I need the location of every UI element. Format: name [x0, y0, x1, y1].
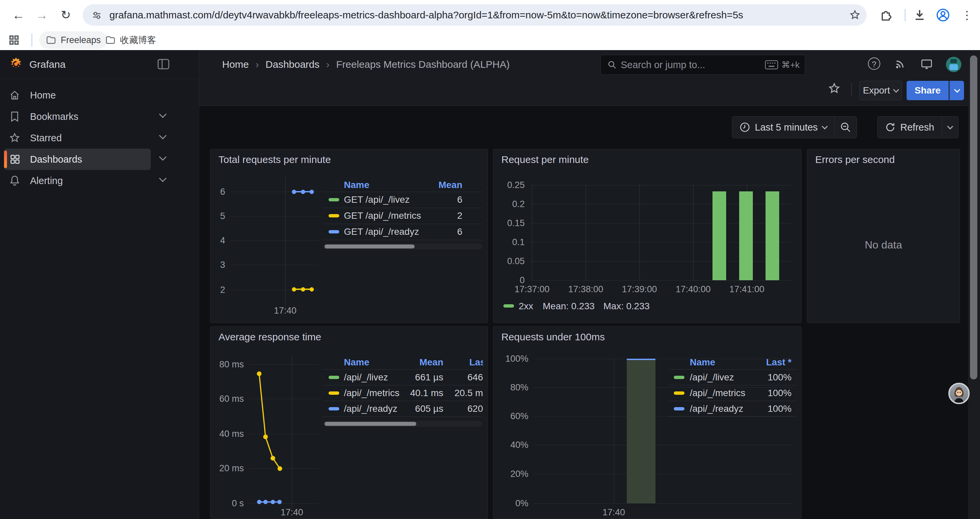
y-tick: 4 — [210, 235, 225, 246]
panel-requests-under-100ms[interactable]: Requests under 100ms 100% 80% 60% 40% 20… — [493, 326, 802, 519]
panel-title[interactable]: Errors per second — [815, 154, 895, 165]
legend-row-mean: 605 µs — [377, 401, 443, 417]
search-input[interactable]: Search or jump to... ⌘+k — [600, 55, 805, 75]
display-icon[interactable] — [921, 59, 934, 72]
legend-header-name[interactable]: Name — [344, 178, 369, 192]
panel-title[interactable]: Request per minute — [501, 154, 589, 165]
legend-table: Name Mean Last * /api/_/livez 661 µs 646… — [323, 355, 483, 429]
legend-row-name[interactable]: GET /api/_/livez — [344, 192, 410, 208]
help-icon[interactable]: ? — [868, 57, 880, 70]
apps-grid-icon — [10, 154, 20, 164]
url-text[interactable]: grafana.mathmast.com/d/deytv4rwavabkb/fr… — [110, 4, 743, 26]
sidebar-item-dashboards[interactable]: Dashboards — [4, 149, 151, 170]
bar-under-100ms[interactable] — [627, 359, 655, 503]
export-button[interactable]: Export — [859, 81, 902, 100]
panel-title[interactable]: Total requests per minute — [218, 154, 331, 165]
brand-title[interactable]: Grafana — [29, 50, 65, 79]
bookmark-folder-freeleaps[interactable]: Freeleaps — [39, 31, 107, 49]
legend-row-value: 6 — [457, 224, 462, 240]
screen: ← → ↻ grafana.mathmast.com/d/deytv4rwava… — [0, 0, 980, 519]
address-bar[interactable]: grafana.mathmast.com/d/deytv4rwavabkb/fr… — [83, 4, 867, 26]
legend-row-last: 646 — [467, 369, 483, 385]
site-settings-icon[interactable] — [91, 10, 102, 21]
y-tick: 2 — [210, 285, 225, 295]
legend-row-name[interactable]: /api/_/livez — [690, 369, 734, 385]
grafana-logo[interactable] — [10, 57, 22, 72]
floating-avatar[interactable] — [948, 383, 970, 404]
legend-table: Name Last * /api/_/livez 100% /api/_/met… — [669, 355, 797, 422]
panel-request-per-minute[interactable]: Request per minute 0.25 0.2 0.15 0.1 0.0… — [493, 149, 802, 323]
profile-icon[interactable] — [936, 8, 950, 22]
bar-2xx[interactable] — [765, 192, 779, 280]
legend-header-last[interactable]: Last * — [469, 355, 483, 369]
chevron-down-icon[interactable] — [159, 153, 167, 161]
legend-mean: Mean: 0.233 — [543, 300, 595, 313]
user-avatar[interactable] — [946, 57, 961, 72]
x-tick: 17:40:00 — [667, 284, 720, 294]
sidebar-item-home[interactable]: Home — [4, 85, 151, 106]
panel-title[interactable]: Requests under 100ms — [501, 331, 605, 343]
page-scrollbar[interactable] — [968, 50, 980, 519]
zoom-out-button[interactable] — [834, 117, 857, 138]
apps-grid-icon[interactable] — [9, 35, 19, 45]
legend-row-name[interactable]: GET /api/_/readyz — [344, 224, 419, 240]
panel-avg-response-time[interactable]: Average response time 80 ms 60 ms 40 ms … — [210, 326, 488, 519]
extensions-icon[interactable] — [879, 8, 893, 22]
home-icon — [10, 90, 20, 101]
browser-reload-button[interactable]: ↻ — [57, 6, 75, 24]
legend-row-name[interactable]: /api/_/readyz — [690, 401, 743, 417]
bookmark-folder-blogs[interactable]: 收藏博客 — [99, 31, 163, 49]
legend-row-value: 6 — [457, 192, 462, 208]
legend-scrollbar[interactable] — [323, 421, 482, 427]
sidebar-item-bookmarks[interactable]: Bookmarks — [4, 106, 151, 127]
sidebar-item-alerting[interactable]: Alerting — [4, 170, 151, 192]
legend-max: Max: 0.233 — [603, 300, 650, 313]
y-tick: 0.2 — [493, 199, 525, 209]
chevron-down-icon[interactable] — [159, 175, 167, 182]
legend-header-name[interactable]: Name — [690, 355, 715, 369]
breadcrumb-current: Freeleaps Metrics Dashboard (ALPHA) — [336, 59, 510, 70]
y-tick: 0.1 — [493, 237, 525, 247]
bar-2xx[interactable] — [739, 192, 753, 280]
legend-row-last: 100% — [767, 401, 792, 417]
breadcrumb-dashboards[interactable]: Dashboards — [266, 59, 320, 70]
panel-title[interactable]: Average response time — [218, 331, 321, 343]
legend-row-name[interactable]: /api/_/metrics — [690, 385, 746, 401]
toolbar-separator — [905, 9, 905, 21]
legend-row-name[interactable]: GET /api/_/metrics — [344, 208, 421, 224]
sidebar-item-starred[interactable]: Starred — [4, 127, 151, 149]
chevron-down-icon[interactable] — [159, 110, 167, 118]
browser-forward-button[interactable]: → — [33, 6, 51, 24]
share-menu-button[interactable] — [949, 81, 964, 100]
refresh-controls: Refresh — [877, 116, 959, 138]
chevron-down-icon[interactable] — [159, 132, 167, 140]
y-tick: 0.15 — [493, 218, 525, 228]
scrollbar-thumb[interactable] — [970, 56, 977, 379]
grafana-app: Home › Dashboards › Freeleaps Metrics Da… — [0, 50, 980, 519]
share-button[interactable]: Share — [907, 81, 949, 100]
legend-series[interactable]: 2xx — [519, 300, 533, 313]
legend-scrollbar[interactable] — [323, 243, 482, 249]
legend-header-last[interactable]: Last * — [766, 355, 792, 369]
download-icon[interactable] — [913, 8, 927, 22]
legend-header-name[interactable]: Name — [344, 355, 369, 369]
folder-icon — [46, 36, 56, 45]
time-range-picker[interactable]: Last 5 minutes — [732, 117, 834, 138]
legend-header-mean[interactable]: Mean — [438, 178, 462, 192]
panel-total-requests[interactable]: Total requests per minute 6 5 4 3 2 17:4… — [210, 149, 488, 323]
browser-menu-icon[interactable]: ⋮ — [958, 6, 976, 24]
legend-header-mean[interactable]: Mean — [383, 355, 443, 369]
news-rss-icon[interactable] — [894, 58, 907, 72]
bookmark-star-icon[interactable] — [849, 10, 861, 21]
y-tick: 20% — [493, 469, 528, 479]
refresh-button[interactable]: Refresh — [878, 117, 942, 138]
breadcrumb-home[interactable]: Home — [222, 59, 249, 70]
sidebar-toggle-icon[interactable] — [158, 59, 169, 69]
favorite-star-icon[interactable] — [828, 82, 841, 95]
y-tick: 60 ms — [210, 394, 244, 404]
browser-back-button[interactable]: ← — [10, 6, 27, 24]
bar-2xx[interactable] — [713, 192, 726, 280]
refresh-interval-button[interactable] — [942, 117, 958, 138]
panel-errors-per-second[interactable]: Errors per second No data — [807, 149, 960, 323]
search-placeholder: Search or jump to... — [621, 55, 705, 75]
